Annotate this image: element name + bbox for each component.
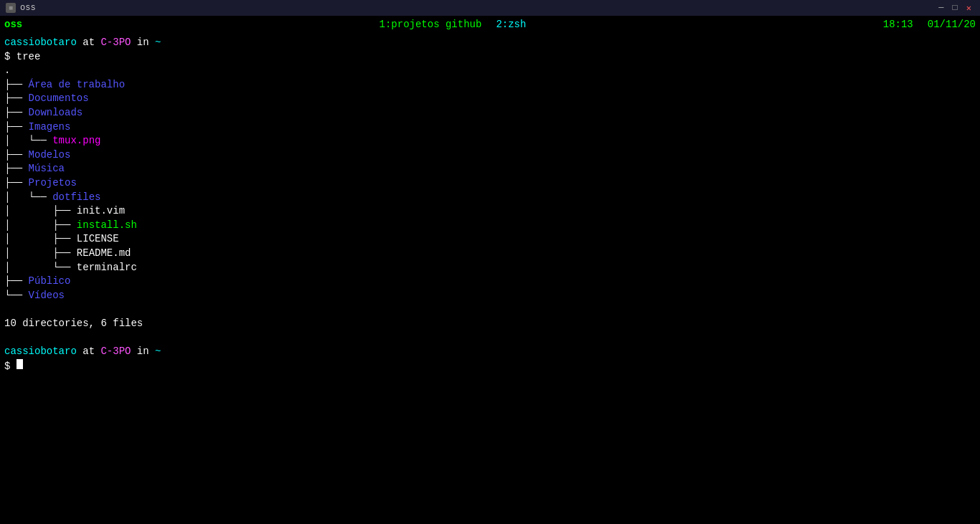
summary-text: 10 directories, 6 files	[4, 317, 143, 331]
tree-item-0: ├── Área de trabalho	[4, 78, 976, 92]
minimize-button[interactable]: ─	[936, 3, 946, 13]
title-bar: ■ oss ─ □ ✕	[0, 0, 980, 16]
tree-item-13: │ └── terminalrc	[4, 261, 976, 275]
tree-item-2: ├── Downloads	[4, 106, 976, 120]
tree-root: .	[4, 64, 976, 78]
prompt1-in: in	[131, 36, 155, 50]
tree-item-9: │ ├── init.vim	[4, 204, 976, 219]
prompt1-dir: ~	[155, 36, 161, 50]
status-tabs: 1:projetos github 2:zsh	[22, 19, 883, 30]
terminal-window: ■ oss ─ □ ✕ oss 1:projetos github 2:zsh …	[0, 0, 980, 524]
tab1-number: 1:	[380, 19, 392, 30]
tab2-name: zsh	[508, 19, 526, 30]
dollar-sign: $	[4, 50, 17, 65]
prompt1-at: at	[77, 36, 101, 50]
prompt-line-2: cassiobotaro at C-3PO in ~	[4, 345, 976, 359]
command-text: tree	[17, 50, 41, 65]
summary-line: 10 directories, 6 files	[4, 317, 976, 331]
prompt-line-1: cassiobotaro at C-3PO in ~	[4, 36, 976, 50]
title-bar-title: oss	[20, 3, 36, 13]
command-line: $ tree	[4, 50, 976, 65]
tab2-number: 2:	[496, 19, 508, 30]
tree-item-4: │ └── tmux.png	[4, 134, 976, 148]
tree-item-11: │ ├── LICENSE	[4, 232, 976, 247]
tree-item-7: ├── Projetos	[4, 176, 976, 191]
tree-item-12: │ ├── README.md	[4, 247, 976, 261]
title-bar-controls: ─ □ ✕	[936, 3, 974, 14]
tab2[interactable]: 2:zsh	[496, 19, 526, 30]
status-time: 18:13	[883, 19, 913, 30]
title-bar-left: ■ oss	[6, 3, 36, 13]
close-button[interactable]: ✕	[963, 3, 974, 14]
downloads-dir: Downloads	[29, 106, 83, 120]
tree-item-5: ├── Modelos	[4, 148, 976, 163]
status-date: 01/11/20	[928, 19, 976, 30]
tree-item-1: ├── Documentos	[4, 92, 976, 106]
status-right: 18:13 01/11/20	[883, 19, 976, 30]
prompt2-user: cassiobotaro	[4, 345, 77, 359]
status-bar: oss 1:projetos github 2:zsh 18:13 01/11/…	[0, 16, 980, 33]
tree-item-14: ├── Público	[4, 275, 976, 289]
active-dollar: $	[4, 360, 17, 374]
empty-line-2	[4, 330, 976, 345]
prompt2-at: at	[77, 345, 101, 359]
tab1[interactable]: 1:projetos github	[380, 19, 482, 30]
terminal-icon: ■	[6, 3, 16, 13]
terminal-content[interactable]: cassiobotaro at C-3PO in ~ $ tree . ├── …	[0, 33, 980, 524]
prompt1-user: cassiobotaro	[4, 36, 77, 50]
maximize-button[interactable]: □	[950, 3, 961, 13]
status-oss: oss	[4, 19, 22, 30]
tree-item-6: ├── Música	[4, 162, 976, 176]
tree-item-15: └── Vídeos	[4, 289, 976, 303]
active-prompt-line[interactable]: $	[4, 359, 976, 374]
prompt1-host: C-3PO	[100, 36, 131, 50]
tree-item-10: │ ├── install.sh	[4, 219, 976, 233]
prompt2-in: in	[131, 345, 155, 359]
tree-item-3: ├── Imagens	[4, 120, 976, 135]
tree-dot: .	[4, 64, 10, 78]
cursor	[17, 359, 23, 369]
status-left-label: oss	[4, 19, 22, 30]
prompt2-host: C-3PO	[100, 345, 131, 359]
prompt2-dir: ~	[155, 345, 161, 359]
tab1-name: projetos github	[391, 19, 481, 30]
tree-item-8: │ └── dotfiles	[4, 191, 976, 205]
empty-line	[4, 303, 976, 317]
